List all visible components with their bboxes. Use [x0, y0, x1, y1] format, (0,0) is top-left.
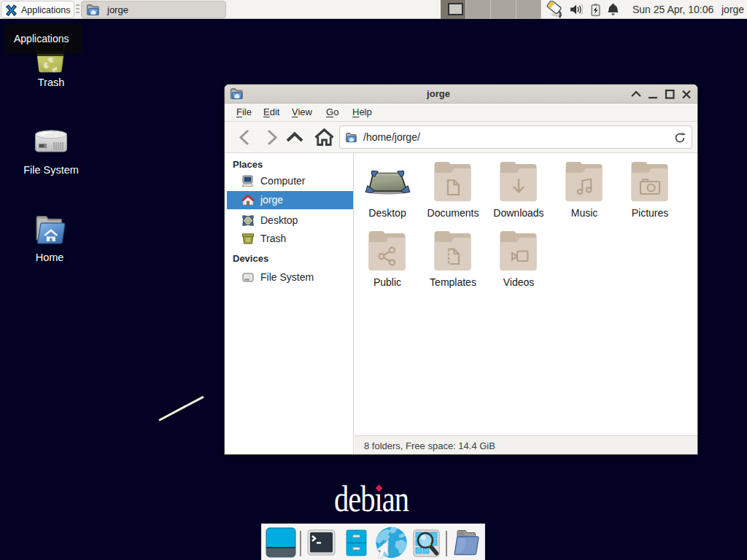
- svg-text:Pictures: Pictures: [632, 207, 669, 219]
- svg-text:Downloads: Downloads: [493, 207, 543, 219]
- svg-text:Templates: Templates: [430, 276, 476, 288]
- svg-text:Desktop: Desktop: [368, 207, 406, 219]
- svg-text:Public: Public: [374, 276, 401, 288]
- svg-text:Documents: Documents: [427, 207, 479, 219]
- svg-text:Videos: Videos: [503, 276, 535, 288]
- svg-text:Music: Music: [571, 207, 598, 219]
